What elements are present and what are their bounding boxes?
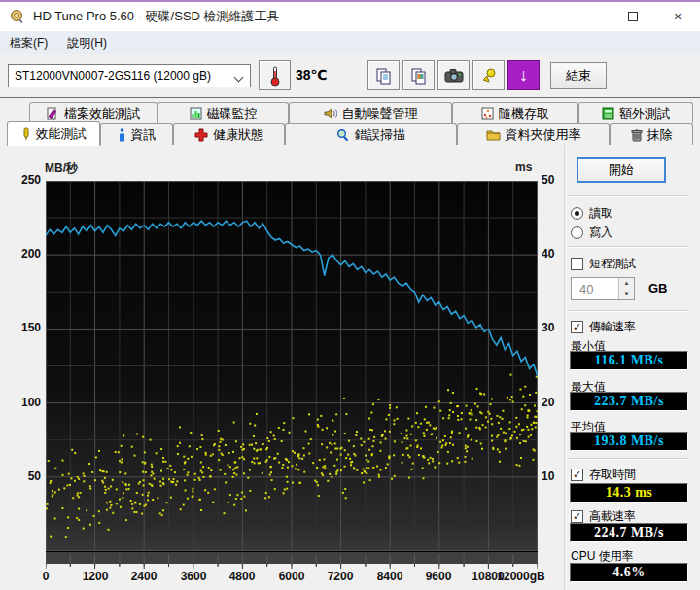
check-icon: ✓ [573,321,581,332]
short-stroke-row[interactable]: 短程測試 [571,256,636,272]
tab-benchmark[interactable]: 效能測試 [7,121,100,146]
tab-label: 磁碟監控 [207,105,258,122]
transfer-rate-row[interactable]: ✓ 傳輸速率 [571,319,636,335]
benchmark-plot-canvas [46,181,538,551]
copy-text-button[interactable] [368,60,400,90]
tab-random-access[interactable]: 隨機存取 [452,102,578,123]
toolbar: ST12000VN0007-2GS116 (12000 gB) 38℃ [0,54,700,98]
start-button[interactable]: 開始 [577,157,666,183]
read-radio[interactable] [571,207,583,220]
left-axis-tick: 250 [8,173,41,187]
tab-info[interactable]: 資訊 [100,123,173,145]
tab-aam[interactable]: 自動噪聲管理 [289,102,452,123]
exit-button[interactable]: 結束 [550,62,607,89]
tab-label: 自動噪聲管理 [342,105,418,122]
copy-image-button[interactable] [402,60,435,90]
max-value-display: 223.7 MB/s [570,392,688,411]
x-axis-label: 9600 [415,570,462,583]
title-bar: HD Tune Pro 5.60 - 硬碟/SSD 檢測維護工具 × [0,2,700,31]
exit-button-label: 結束 [566,67,591,85]
min-value-display: 116.1 MB/s [570,351,688,370]
tab-health[interactable]: 健康狀態 [173,123,285,145]
spinner-buttons[interactable]: ▲ ▼ [618,278,634,299]
write-radio[interactable] [571,226,583,239]
position-strip [46,551,538,564]
spinner-up-icon[interactable]: ▲ [618,278,634,289]
left-axis-tick: 200 [8,247,41,260]
menu-bar: 檔案(F) 說明(H) [0,31,700,54]
burst-rate-display: 224.7 MB/s [570,523,688,542]
drive-select-value: ST12000VN0007-2GS116 (12000 gB) [15,69,211,83]
short-stroke-size-input[interactable]: 40 ▲ ▼ [571,277,635,300]
transfer-rate-checkbox[interactable]: ✓ [571,321,583,333]
magnifier-icon [336,128,350,142]
close-icon: × [674,9,682,24]
short-stroke-checkbox[interactable] [571,258,583,270]
tab-row-primary: 效能測試 資訊 健康狀態 錯誤掃描 資料夾使用率 抹除 [0,123,700,145]
spinner-down-icon[interactable]: ▼ [618,289,634,299]
read-radio-row[interactable]: 讀取 [571,205,612,222]
app-logo-icon [10,9,25,24]
write-radio-row[interactable]: 寫入 [571,225,612,241]
close-button[interactable]: × [655,2,700,31]
minimize-icon [583,17,594,17]
x-axis-label: 2400 [121,570,167,583]
check-icon: ✓ [573,469,581,480]
gb-unit-label: GB [648,281,668,295]
tab-label: 隨機存取 [499,105,549,122]
info-icon [118,128,126,142]
app-window: HD Tune Pro 5.60 - 硬碟/SSD 檢測維護工具 × 檔案(F)… [0,0,700,590]
write-radio-label: 寫入 [589,225,612,241]
disk-monitor-icon [190,107,202,120]
tab-label: 檔案效能測試 [64,105,140,122]
maximize-button[interactable] [611,2,655,31]
benchmark-icon [21,127,31,142]
menu-file[interactable]: 檔案(F) [0,35,57,52]
minimize-button[interactable] [566,2,611,31]
tab-file-benchmark[interactable]: 檔案效能測試 [29,102,158,123]
x-axis-label: 0 [22,570,69,583]
maximize-icon [628,12,638,21]
tab-label: 資訊 [131,126,157,144]
access-time-checkbox[interactable]: ✓ [571,469,583,481]
tab-error-scan[interactable]: 錯誤掃描 [285,123,457,145]
tab-extra-tests[interactable]: 額外測試 [578,102,693,123]
side-panel: 開始 讀取 寫入 短程測試 40 ▲ ▼ [564,145,692,590]
tab-row-secondary: 檔案效能測試 磁碟監控 自動噪聲管理 隨機存取 額外測試 [0,102,700,123]
avg-value-display: 193.8 MB/s [570,432,688,451]
temperature-value: 38℃ [296,67,328,83]
tab-label: 錯誤掃描 [355,126,405,144]
x-axis-label: 8400 [367,570,413,583]
drive-select[interactable]: ST12000VN0007-2GS116 (12000 gB) [8,64,251,87]
access-time-row[interactable]: ✓ 存取時間 [571,467,636,483]
screenshot-button[interactable] [438,60,470,90]
copy-image-icon [410,67,428,85]
tab-disk-monitor[interactable]: 磁碟監控 [158,102,289,123]
start-button-label: 開始 [609,161,634,179]
x-axis-label: 7200 [317,570,364,583]
separator [569,458,689,460]
cpu-usage-display: 4.6% [570,563,688,582]
sound-button[interactable] [472,60,505,90]
camera-icon [444,68,464,84]
benchmark-page: MB/秒 ms 250 200 150 100 50 50 40 30 20 1… [0,145,700,590]
temperature-button[interactable] [259,60,291,90]
tab-folder-usage[interactable]: 資料夾使用率 [457,123,610,145]
burst-rate-checkbox[interactable]: ✓ [571,510,583,523]
menu-help[interactable]: 說明(H) [57,35,117,52]
random-access-icon [481,107,494,120]
check-icon: ✓ [573,510,581,522]
update-button[interactable]: ↓ [508,60,540,90]
left-axis-tick: 100 [8,396,41,409]
tab-strip: 檔案效能測試 磁碟監控 自動噪聲管理 隨機存取 額外測試 效能測試 [0,99,700,145]
right-axis-unit: ms [515,160,532,174]
separator [569,310,689,312]
x-axis-label: 6000 [268,570,315,583]
short-stroke-label: 短程測試 [589,256,636,272]
left-axis-tick: 150 [8,321,41,334]
x-axis-label: 1200 [72,570,119,583]
left-axis-tick: 50 [8,469,41,483]
tab-erase[interactable]: 抹除 [610,123,693,145]
copy-icon [375,67,393,85]
tab-label: 額外測試 [619,105,670,122]
